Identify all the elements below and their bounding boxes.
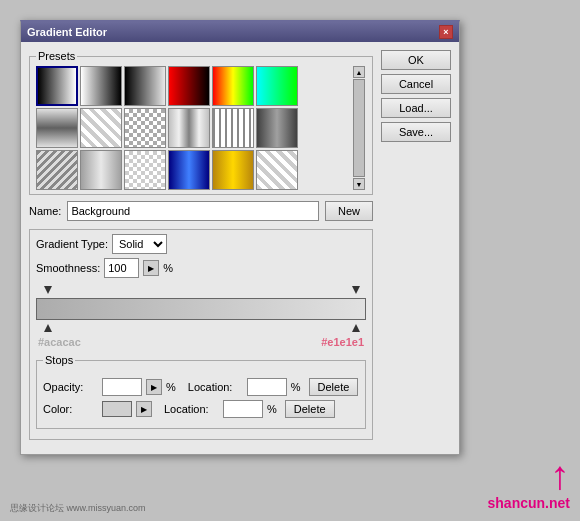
- bottom-watermark-text: 思缘设计论坛 www.missyuan.com: [10, 503, 146, 513]
- watermark-site-name: shancun: [488, 495, 546, 511]
- gradient-type-select[interactable]: Solid Noise: [112, 234, 167, 254]
- delete-opacity-button[interactable]: Delete: [309, 378, 359, 396]
- smoothness-label: Smoothness:: [36, 262, 100, 274]
- load-button[interactable]: Load...: [381, 98, 451, 118]
- presets-grid-container: ▲ ▼: [36, 66, 366, 190]
- scroll-up-arrow[interactable]: ▲: [353, 66, 365, 78]
- preset-item[interactable]: [36, 66, 78, 106]
- dialog-body: Presets: [21, 42, 459, 454]
- preset-item[interactable]: [80, 66, 122, 106]
- ok-button[interactable]: OK: [381, 50, 451, 70]
- gradient-bar-container: [36, 286, 366, 332]
- color-swatch[interactable]: [102, 401, 132, 417]
- stops-legend: Stops: [43, 354, 75, 366]
- gradient-type-label: Gradient Type:: [36, 238, 108, 250]
- presets-legend: Presets: [36, 50, 77, 62]
- preset-item[interactable]: [80, 108, 122, 148]
- color-arrow[interactable]: ▶: [136, 401, 152, 417]
- preset-item[interactable]: [168, 66, 210, 106]
- opacity-location-label: Location:: [188, 381, 243, 393]
- close-button[interactable]: ×: [439, 25, 453, 39]
- preset-item[interactable]: [256, 150, 298, 190]
- preset-item[interactable]: [80, 150, 122, 190]
- dialog-title: Gradient Editor: [27, 26, 107, 38]
- opacity-location-input[interactable]: [247, 378, 287, 396]
- scroll-down-arrow[interactable]: ▼: [353, 178, 365, 190]
- gradient-settings-group: Gradient Type: Solid Noise Smoothness: ▶…: [29, 229, 373, 440]
- watermark: ↑ shancun.net: [488, 455, 570, 511]
- name-row: Name: New: [29, 201, 373, 221]
- opacity-input[interactable]: [102, 378, 142, 396]
- presets-grid: [36, 66, 350, 190]
- presets-group: Presets: [29, 50, 373, 195]
- bottom-watermark: 思缘设计论坛 www.missyuan.com: [10, 502, 146, 515]
- gradient-type-row: Gradient Type: Solid Noise: [36, 234, 366, 254]
- name-input[interactable]: [67, 201, 319, 221]
- cancel-button[interactable]: Cancel: [381, 74, 451, 94]
- stops-group: Stops Opacity: ▶ % Location: % Delete: [36, 354, 366, 429]
- preset-item[interactable]: [212, 108, 254, 148]
- color-labels: #acacac #e1e1e1: [36, 336, 366, 348]
- preset-item[interactable]: [124, 66, 166, 106]
- opacity-unit: %: [166, 381, 176, 393]
- title-bar-left: Gradient Editor: [27, 26, 107, 38]
- gradient-bar[interactable]: [36, 298, 366, 320]
- right-color-label: #e1e1e1: [321, 336, 364, 348]
- preset-item[interactable]: [256, 66, 298, 106]
- save-button[interactable]: Save...: [381, 122, 451, 142]
- color-stops: [36, 322, 366, 332]
- preset-item[interactable]: [36, 150, 78, 190]
- preset-item[interactable]: [168, 150, 210, 190]
- color-location-input[interactable]: [223, 400, 263, 418]
- color-location-label: Location:: [164, 403, 219, 415]
- preset-item[interactable]: [36, 108, 78, 148]
- title-bar: Gradient Editor ×: [21, 22, 459, 42]
- preset-item[interactable]: [212, 66, 254, 106]
- opacity-stops: [36, 286, 366, 296]
- name-label: Name:: [29, 205, 61, 217]
- arrow-up-icon: ↑: [550, 455, 570, 495]
- delete-color-button[interactable]: Delete: [285, 400, 335, 418]
- preset-item[interactable]: [124, 108, 166, 148]
- opacity-arrow[interactable]: ▶: [146, 379, 162, 395]
- opacity-location-unit: %: [291, 381, 301, 393]
- right-panel: OK Cancel Load... Save...: [381, 50, 451, 446]
- scroll-track[interactable]: [353, 79, 365, 177]
- smoothness-unit: %: [163, 262, 173, 274]
- preset-item[interactable]: [124, 150, 166, 190]
- color-stop-left[interactable]: [42, 322, 52, 332]
- presets-scrollbar[interactable]: ▲ ▼: [352, 66, 366, 190]
- opacity-stop-right[interactable]: [350, 286, 360, 296]
- new-button[interactable]: New: [325, 201, 373, 221]
- opacity-stop-left[interactable]: [42, 286, 52, 296]
- color-location-unit: %: [267, 403, 277, 415]
- left-color-label: #acacac: [38, 336, 81, 348]
- watermark-tld: .net: [545, 495, 570, 511]
- preset-item[interactable]: [256, 108, 298, 148]
- preset-item[interactable]: [212, 150, 254, 190]
- smoothness-row: Smoothness: ▶ %: [36, 258, 366, 278]
- left-panel: Presets: [29, 50, 373, 446]
- preset-item[interactable]: [168, 108, 210, 148]
- smoothness-input[interactable]: [104, 258, 139, 278]
- color-stop-row: Color: ▶ Location: % Delete: [43, 400, 359, 418]
- opacity-stop-row: Opacity: ▶ % Location: % Delete: [43, 378, 359, 396]
- watermark-site: shancun.net: [488, 495, 570, 511]
- opacity-label: Opacity:: [43, 381, 98, 393]
- gradient-editor-dialog: Gradient Editor × Presets: [20, 20, 460, 455]
- smoothness-arrow[interactable]: ▶: [143, 260, 159, 276]
- color-label: Color:: [43, 403, 98, 415]
- color-stop-right[interactable]: [350, 322, 360, 332]
